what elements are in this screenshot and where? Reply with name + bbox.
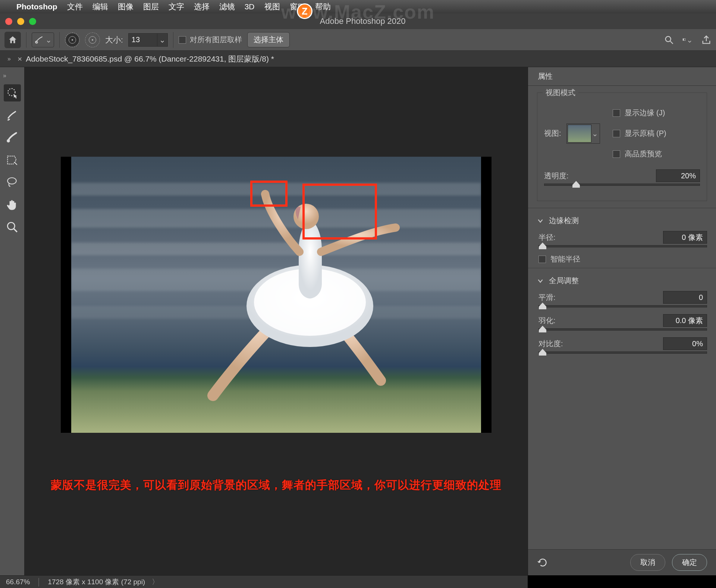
separator (26, 32, 26, 48)
smart-radius-label: 智能半径 (550, 254, 580, 264)
contrast-slider[interactable] (538, 351, 707, 354)
contrast-value[interactable]: 0% (663, 337, 707, 350)
show-original-checkbox[interactable] (613, 130, 620, 137)
menu-3d[interactable]: 3D (245, 2, 255, 11)
view-mode-title: 视图模式 (543, 88, 578, 98)
radius-slider[interactable] (538, 245, 707, 247)
search-icon[interactable] (664, 35, 674, 45)
close-tab-icon[interactable]: × (18, 54, 22, 63)
lasso-tool[interactable] (4, 174, 21, 191)
panel-footer: 取消 确定 (528, 549, 716, 575)
show-original-label: 显示原稿 (P) (625, 128, 666, 138)
hand-tool[interactable] (4, 196, 21, 213)
panel-tab-properties[interactable]: 属性 (528, 67, 562, 85)
svg-point-6 (7, 178, 16, 184)
document-tab[interactable]: × AdobeStock_78360685.psd @ 66.7% (Dance… (18, 54, 274, 64)
menu-filter[interactable]: 滤镜 (219, 1, 235, 12)
feather-label: 羽化: (538, 316, 556, 326)
collapse-panels-icon[interactable]: » (7, 56, 11, 62)
view-label: 视图: (544, 128, 561, 138)
show-edges-checkbox[interactable] (613, 109, 620, 117)
home-button[interactable] (4, 32, 21, 48)
ok-button[interactable]: 确定 (672, 554, 707, 571)
zoom-level[interactable]: 66.67% (6, 578, 30, 586)
svg-rect-3 (683, 39, 684, 41)
status-bar: 66.67% │ 1728 像素 x 1100 像素 (72 ppi) 〉 (0, 575, 528, 588)
separator (59, 32, 60, 48)
chevron-down-icon: ⌄ (591, 129, 599, 138)
menu-file[interactable]: 文件 (67, 1, 83, 12)
svg-point-0 (666, 36, 671, 41)
statusbar-menu-icon[interactable]: 〉 (152, 577, 159, 587)
opacity-slider[interactable] (544, 184, 700, 186)
menu-view[interactable]: 视图 (264, 1, 280, 12)
feather-value[interactable]: 0.0 像素 (663, 314, 707, 327)
sample-all-layers-label: 对所有图层取样 (190, 35, 242, 45)
smooth-slider[interactable] (538, 305, 707, 307)
toolbox-collapse-icon[interactable]: » (3, 72, 6, 79)
opacity-label: 透明度: (544, 171, 569, 181)
smart-radius-checkbox[interactable] (538, 256, 546, 263)
hq-preview-checkbox[interactable] (613, 150, 620, 158)
canvas-image (71, 157, 481, 433)
brush-preset-picker[interactable]: ⌄ (32, 32, 54, 47)
menu-select[interactable]: 选择 (194, 1, 210, 12)
properties-panel: 属性 视图模式 视图: ⌄ 显示边缘 (J) 显示原稿 (P) 高品质预览 (528, 67, 716, 575)
share-icon[interactable] (701, 35, 712, 45)
zoom-tool[interactable] (4, 219, 21, 236)
smooth-value[interactable]: 0 (663, 291, 707, 304)
app-name[interactable]: Photoshop (16, 2, 57, 11)
brush-size-dropdown[interactable]: ⌄ (157, 33, 168, 47)
quick-selection-tool[interactable] (4, 84, 21, 101)
svg-line-1 (671, 41, 673, 44)
menu-type[interactable]: 文字 (169, 1, 184, 12)
screen-mode-icon[interactable]: ⌄ (682, 35, 693, 45)
opacity-value[interactable]: 20% (656, 169, 700, 182)
polygonal-lasso-tool[interactable] (4, 151, 21, 169)
sampling-point-icon[interactable] (65, 32, 80, 47)
canvas-area[interactable]: 蒙版不是很完美，可以看到原始背景的区域，舞者的手部区域，你可以进行更细致的处理 (25, 67, 528, 575)
global-adjust-label: 全局调整 (549, 276, 579, 286)
view-thumb-picker[interactable]: ⌄ (566, 123, 600, 144)
svg-point-5 (7, 139, 10, 143)
panel-tabs: 属性 (528, 67, 716, 86)
separator (173, 32, 173, 48)
chevron-down-icon (537, 278, 544, 284)
canvas-frame (61, 157, 492, 433)
divider (528, 208, 716, 208)
menu-image[interactable]: 图像 (118, 1, 134, 12)
svg-point-7 (7, 222, 15, 229)
toolbox: » (0, 67, 25, 575)
document-tab-title: AdobeStock_78360685.psd @ 66.7% (Dancer-… (26, 54, 274, 64)
options-bar: ⌄ 大小: 13 ⌄ 对所有图层取样 选择主体 ⌄ (0, 29, 716, 51)
menu-layer[interactable]: 图层 (143, 1, 159, 12)
sampling-area-icon[interactable] (85, 32, 100, 47)
brush-size-input[interactable]: 13 (128, 33, 157, 47)
edge-detection-header[interactable]: 边缘检测 (537, 216, 707, 226)
annotation-box-hand (302, 184, 377, 240)
brush-size-label: 大小: (105, 35, 123, 45)
radius-value[interactable]: 0 像素 (663, 231, 707, 244)
menu-edit[interactable]: 编辑 (92, 1, 108, 12)
svg-line-8 (14, 229, 17, 232)
show-edges-label: 显示边缘 (J) (625, 108, 665, 118)
refine-edge-brush-tool[interactable] (4, 107, 21, 124)
annotation-text: 蒙版不是很完美，可以看到原始背景的区域，舞者的手部区域，你可以进行更细致的处理 (51, 478, 502, 493)
contrast-label: 对比度: (538, 339, 563, 349)
feather-slider[interactable] (538, 328, 707, 331)
watermark-text: www.MacZ.com (281, 1, 435, 23)
select-subject-button[interactable]: 选择主体 (247, 32, 290, 47)
sample-all-layers-checkbox[interactable] (179, 36, 186, 44)
cancel-button[interactable]: 取消 (630, 554, 665, 571)
radius-label: 半径: (538, 232, 556, 243)
annotation-box-head (250, 181, 288, 207)
undo-icon[interactable] (537, 557, 547, 568)
view-mode-group: 视图模式 视图: ⌄ 显示边缘 (J) 显示原稿 (P) 高品质预览 透明度: (537, 93, 707, 201)
document-tabs: » × AdobeStock_78360685.psd @ 66.7% (Dan… (0, 51, 716, 67)
document-dimensions: 1728 像素 x 1100 像素 (72 ppi) (48, 577, 145, 587)
brush-tool[interactable] (4, 129, 21, 146)
global-adjust-header[interactable]: 全局调整 (537, 276, 707, 286)
smooth-label: 平滑: (538, 293, 556, 303)
divider (528, 268, 716, 268)
hq-preview-label: 高品质预览 (625, 149, 662, 159)
